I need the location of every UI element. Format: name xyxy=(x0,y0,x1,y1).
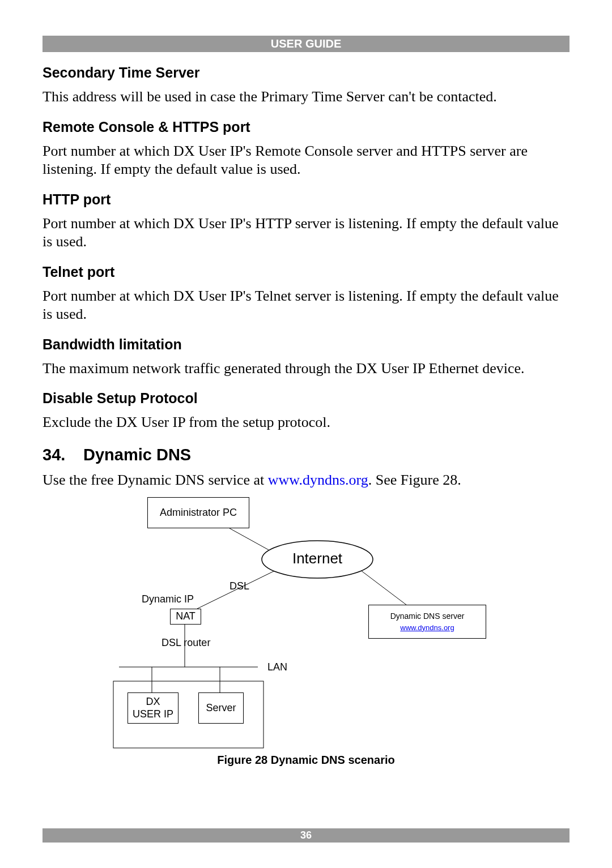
heading-title: Dynamic DNS xyxy=(83,446,191,464)
body-http-port: Port number at which DX User IP's HTTP s… xyxy=(42,215,570,251)
body-disable-setup: Exclude the DX User IP from the setup pr… xyxy=(42,413,570,432)
heading-dynamic-dns: 34.Dynamic DNS xyxy=(42,446,570,464)
body-bandwidth: The maximum network traffic generated th… xyxy=(42,360,570,378)
footer-bar: 36 xyxy=(42,828,570,843)
link-dyndns[interactable]: www.dyndns.org xyxy=(268,472,368,488)
heading-disable-setup: Disable Setup Protocol xyxy=(42,390,570,407)
dns-server-label: Dynamic DNS server xyxy=(390,610,465,622)
body-secondary-time-server: This address will be used in case the Pr… xyxy=(42,88,570,106)
label-dsl: DSL xyxy=(230,580,249,592)
body-telnet-port: Port number at which DX User IP's Telnet… xyxy=(42,287,570,324)
box-server: Server xyxy=(198,692,244,724)
heading-remote-console: Remote Console & HTTPS port xyxy=(42,119,570,135)
body-remote-console: Port number at which DX User IP's Remote… xyxy=(42,142,570,179)
heading-secondary-time-server: Secondary Time Server xyxy=(42,65,570,81)
text-pre: Use the free Dynamic DNS service at xyxy=(42,472,268,488)
dns-server-link[interactable]: www.dyndns.org xyxy=(400,622,454,634)
label-lan: LAN xyxy=(267,661,287,673)
heading-http-port: HTTP port xyxy=(42,191,570,208)
header-bar: USER GUIDE xyxy=(42,36,570,52)
box-dns-server: Dynamic DNS server www.dyndns.org xyxy=(368,605,486,639)
box-admin-pc: Administrator PC xyxy=(147,497,249,528)
label-dynamic-ip: Dynamic IP xyxy=(142,593,194,605)
label-internet: Internet xyxy=(261,550,374,567)
box-dx-user-ip: DX USER IP xyxy=(128,692,178,724)
label-dsl-router: DSL router xyxy=(162,637,210,649)
body-dynamic-dns: Use the free Dynamic DNS service at www.… xyxy=(42,471,570,490)
diagram-dynamic-dns: Administrator PC Internet DSL Dynamic IP… xyxy=(108,497,504,749)
heading-number: 34. xyxy=(42,446,83,464)
heading-bandwidth: Bandwidth limitation xyxy=(42,336,570,353)
box-nat: NAT xyxy=(170,609,201,625)
figure-caption: Figure 28 Dynamic DNS scenario xyxy=(42,754,570,767)
text-post: . See Figure 28. xyxy=(368,472,461,488)
heading-telnet-port: Telnet port xyxy=(42,264,570,280)
